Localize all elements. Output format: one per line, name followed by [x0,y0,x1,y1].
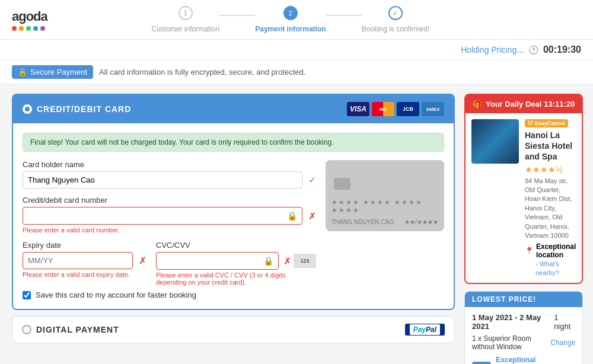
change-link[interactable]: Change [550,339,575,347]
logo-dot-purple [40,26,45,31]
logo-text: agoda [12,9,47,24]
holder-label: Card holder name [23,160,316,169]
deal-header-text: Your Daily Deal [486,100,541,108]
nearby-link[interactable]: - What's nearby? [535,260,559,276]
card-logos: VISA MC JCB AMEX [347,102,444,116]
credit-card-radio[interactable] [23,104,32,114]
expiry-x-icon: ✗ [139,255,146,266]
date-row: 1 May 2021 - 2 May 2021 1 night [472,313,575,331]
step-2-number: 2 [289,9,292,17]
mastercard-logo: MC [372,102,394,116]
cvc-error: Please enter a valid CVC / CVV (3 or 4 d… [156,272,316,286]
location-row: 📍 Exceptional location [525,242,576,259]
shield-icon: 🛡 [528,120,533,126]
left-column: CREDIT/DEBIT CARD VISA MC JCB AMEX Final… [12,94,455,364]
paypal-text: PayPal [410,324,440,335]
hotel-image [471,119,519,164]
cvc-x-icon: ✗ [283,256,291,267]
right-column: 🎁 Your Daily Deal 13:11:20 🛡 EasyCancel … [464,94,583,364]
step-2: 2 Payment information [255,6,326,33]
logo-dot-green [26,26,31,31]
lowest-price-header: LOWEST PRICE! [465,292,582,307]
expiry-group: Expiry date ✗ Please enter a valid card … [23,241,146,278]
step-connector-2 [326,15,362,16]
card-number-input[interactable] [28,212,285,221]
cvc-lock-icon: 🔒 [263,256,273,266]
digital-payment-section: DIGITAL PAYMENT PayPal [12,316,455,343]
holder-input-wrapper [23,171,302,189]
deal-timer: 13:11:20 [544,100,575,108]
hotel-info: 🛡 EasyCancel Hanoi La Siesta Hotel and S… [525,119,576,277]
digital-title: DIGITAL PAYMENT [36,325,119,334]
lowest-price-content: 1 May 2021 - 2 May 2021 1 night 1 x Supe… [465,307,582,364]
cvc-card-icon: 123 [294,254,316,268]
info-text: Final step! Your card will not be charge… [30,138,333,146]
date-range: 1 May 2021 - 2 May 2021 [472,313,554,331]
digital-left: DIGITAL PAYMENT [22,325,119,334]
save-card-row: Save this card to my account for faster … [23,290,316,299]
card-visual-expiry: ★★/★★★★ [404,219,438,225]
room-type: 1 x Superior Room without Window [472,334,550,351]
location-pin-icon: 📍 [525,247,534,255]
credit-card-section: CREDIT/DEBIT CARD VISA MC JCB AMEX Final… [12,94,455,310]
jcb-logo: JCB [397,102,419,116]
timer-value: 00:19:30 [543,44,581,55]
holder-input[interactable] [28,175,297,184]
number-label: Credit/debit card number [23,196,316,205]
expiry-cvc-row: Expiry date ✗ Please enter a valid card … [23,241,316,286]
gift-icon: 🎁 [473,100,482,108]
expiry-input-wrapper [23,252,133,269]
score-info: Exceptional cleanliness From 1043 review… [496,356,575,364]
step-3-label: Booking is confirmed! [362,25,430,33]
score-label: Exceptional cleanliness [496,356,575,364]
nights: 1 night [554,313,575,331]
secure-badge: 🔒 Secure Payment [12,65,93,79]
step-3: ✓ Booking is confirmed! [362,6,430,33]
card-visual-number: ★★★★ ★★★★ ★★★★ ★★★★ [331,199,438,214]
secure-badge-text: Secure Payment [30,68,87,76]
digital-radio[interactable] [22,325,31,334]
step-2-circle: 2 [283,6,298,20]
cvc-label: CVC/CVV [156,241,316,250]
hotel-name: Hanoi La Siesta Hotel and Spa [525,130,576,162]
logo-dots [12,26,47,31]
card-visual-name: THANG NGUYEN CAO [331,219,394,225]
amex-logo: AMEX [422,102,444,116]
logo-dot-orange [19,26,24,31]
step-3-circle: ✓ [388,6,403,20]
card-title: CREDIT/DEBIT CARD [37,104,131,114]
hotel-img-placeholder [471,119,519,164]
easy-cancel-badge: 🛡 EasyCancel [525,119,568,127]
number-x-icon: ✗ [308,210,316,222]
save-card-checkbox[interactable] [23,291,31,299]
lock-small-icon: 🔒 [287,211,297,221]
number-error: Please enter a valid card number. [23,226,316,234]
paypal-logo: PayPal [405,324,445,336]
deal-content: 🛡 EasyCancel Hanoi La Siesta Hotel and S… [466,113,582,283]
hotel-stars: ★★★★½ [525,165,576,174]
lock-icon: 🔒 [18,68,27,76]
card-visual-wrapper: Card holder name ✓ Credit/debit card num… [23,160,444,299]
score-badge: 9.5 [472,362,491,364]
step-3-number: ✓ [393,9,398,17]
easy-cancel-text: EasyCancel [535,120,565,126]
steps: 1 Customer information 2 Payment informa… [151,6,429,33]
expiry-input[interactable] [28,256,127,265]
timer-icon: 🕐 [528,45,538,55]
card-header: CREDIT/DEBIT CARD VISA MC JCB AMEX [13,95,454,123]
visa-logo: VISA [347,102,369,116]
logo: agoda [12,9,47,31]
save-card-label: Save this card to my account for faster … [36,290,196,299]
radio-inner [25,107,30,111]
exceptional-location: Exceptional location [536,242,576,259]
logo-dot-blue [33,26,38,31]
timer-label: Holding Pricing... [461,45,524,55]
timer-bar: Holding Pricing... 🕐 00:19:30 [0,40,593,60]
holder-check-icon: ✓ [308,174,316,186]
deal-box: 🎁 Your Daily Deal 13:11:20 🛡 EasyCancel … [464,94,583,284]
card-form-fields: Card holder name ✓ Credit/debit card num… [23,160,316,299]
cvc-input[interactable] [161,257,261,266]
cvc-group: CVC/CVV 🔒 ✗ 123 [156,241,316,286]
number-row: Credit/debit card number 🔒 ✗ Please ente… [23,196,316,234]
info-box: Final step! Your card will not be charge… [23,133,444,152]
